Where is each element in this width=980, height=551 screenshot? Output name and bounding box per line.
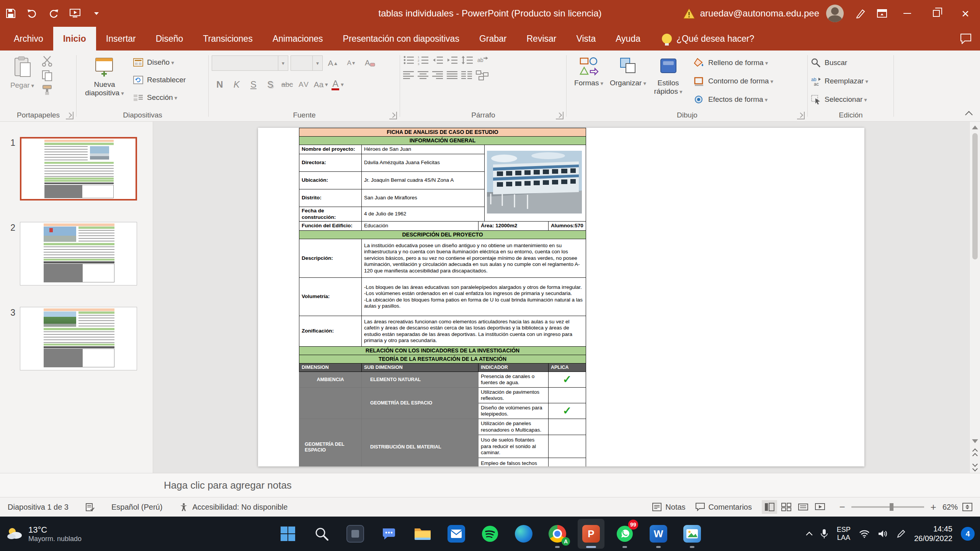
format-painter-icon[interactable] <box>41 84 53 96</box>
table-title[interactable]: FICHA DE ANALISIS DE CASO DE ESTUDIO <box>299 128 586 137</box>
tab-insertar[interactable]: Insertar <box>96 27 146 51</box>
slide-2-thumbnail[interactable] <box>20 222 137 285</box>
matrix-dim-spacer[interactable] <box>299 388 362 419</box>
notes-pane[interactable]: Haga clic para agregar notas <box>0 473 980 497</box>
whatsapp-button[interactable]: 99 <box>611 519 638 549</box>
shape-effects-button[interactable]: Efectos de forma <box>694 90 773 109</box>
slide-3-thumbnail[interactable] <box>20 307 137 370</box>
matrix-ind-1[interactable]: Presencia de canales o fuentes de agua. <box>479 372 549 388</box>
clock[interactable]: 14:45 26/09/2022 <box>914 524 952 543</box>
matrix-header-dimension[interactable]: DIMENSION <box>299 364 362 372</box>
start-presentation-button[interactable] <box>64 0 86 27</box>
value-volumetria[interactable]: -Los bloques de las áreas educativas son… <box>362 278 586 316</box>
new-slide-button[interactable]: Nueva diapositiva <box>80 53 129 106</box>
vertical-scrollbar[interactable] <box>969 122 980 473</box>
shape-fill-button[interactable]: Relleno de forma <box>694 54 773 72</box>
close-button[interactable]: × <box>951 0 980 27</box>
tab-archivo[interactable]: Archivo <box>4 27 53 51</box>
zoom-slider[interactable] <box>851 506 924 508</box>
font-color-button[interactable]: A <box>330 76 346 93</box>
next-slide-button[interactable] <box>973 462 977 471</box>
numbered-list-icon[interactable]: 123 <box>418 55 429 65</box>
scrollbar-thumb[interactable] <box>972 133 978 259</box>
matrix-ind-3[interactable]: Diseño de volúmenes para lelepipedos. <box>479 403 549 419</box>
notes-toggle[interactable]: Notas <box>652 503 685 512</box>
bold-button[interactable]: N <box>212 76 228 93</box>
matrix-sub-distribucion[interactable]: DISTRIBUCIÓN DEL MATERIAL <box>362 419 479 466</box>
combo-caret-icon[interactable]: ▾ <box>278 56 288 70</box>
decrease-font-size-button[interactable]: A▼ <box>343 54 359 72</box>
comments-toggle[interactable]: Comentarios <box>696 503 752 512</box>
tab-ayuda[interactable]: Ayuda <box>606 27 650 51</box>
paste-button[interactable]: Pegar <box>3 53 41 96</box>
wifi-icon[interactable] <box>859 530 870 538</box>
find-button[interactable]: Buscar <box>811 54 891 72</box>
matrix-ind-4[interactable]: Utilización de paneles resonadores o Mul… <box>479 419 549 435</box>
zoom-in-button[interactable]: + <box>929 501 938 513</box>
label-descripcion[interactable]: Descripción: <box>299 239 362 278</box>
powerpoint-button[interactable]: P <box>578 519 604 549</box>
slide-sorter-view-button[interactable] <box>779 500 794 514</box>
task-view-button[interactable] <box>342 519 369 549</box>
taskbar-search-button[interactable] <box>308 519 335 549</box>
customize-quick-access-button[interactable] <box>86 0 107 27</box>
matrix-check-1[interactable]: ✓ <box>549 372 586 388</box>
accessibility-button[interactable]: Accesibilidad: No disponible <box>179 502 287 512</box>
notification-count-badge[interactable]: 4 <box>961 527 975 541</box>
value-area[interactable]: Área: 12000m2 <box>479 222 549 231</box>
text-direction-icon[interactable]: ab <box>477 55 488 65</box>
value-descripcion[interactable]: La institución educativa posee un diseño… <box>362 239 586 278</box>
slide-editing-area[interactable]: FICHA DE ANALISIS DE CASO DE ESTUDIO INF… <box>153 122 969 473</box>
word-button[interactable]: W <box>645 519 672 549</box>
underline-button[interactable]: S <box>245 76 261 93</box>
decrease-indent-icon[interactable] <box>432 55 444 65</box>
avatar[interactable] <box>826 5 844 22</box>
matrix-ind-5[interactable]: Uso de suelos flotantes para reducir el … <box>479 435 549 458</box>
matrix-aplica-2[interactable] <box>549 388 586 403</box>
scroll-up-arrow[interactable] <box>972 126 978 129</box>
matrix-aplica-5[interactable] <box>549 435 586 458</box>
line-spacing-icon[interactable] <box>461 55 474 65</box>
align-right-icon[interactable] <box>432 70 444 80</box>
label-directora[interactable]: Directora: <box>299 154 362 172</box>
matrix-header-indicador[interactable]: INDICADOR <box>479 364 549 372</box>
teoria-header[interactable]: TEORÍA DE LA RESTAURACIÓN DE LA ATENCIÓN <box>299 355 586 364</box>
undo-button[interactable] <box>21 0 43 27</box>
font-size-combo[interactable]: ▾ <box>291 55 323 71</box>
dialog-launcher-icon[interactable] <box>389 112 397 119</box>
label-ubicacion[interactable]: Ubicación: <box>299 172 362 189</box>
increase-indent-icon[interactable] <box>447 55 458 65</box>
tab-revisar[interactable]: Revisar <box>516 27 566 51</box>
tab-grabar[interactable]: Grabar <box>469 27 517 51</box>
normal-view-button[interactable] <box>762 500 777 514</box>
minimize-button[interactable] <box>893 0 922 27</box>
align-left-icon[interactable] <box>403 70 415 80</box>
scroll-down-arrow[interactable] <box>972 439 978 443</box>
comments-bubble-icon[interactable] <box>960 33 972 44</box>
language-button[interactable]: Español (Perú) <box>111 503 162 512</box>
relacion-header[interactable]: RELACIÓN CON LOS INDICADORES DE LA INVES… <box>299 347 586 355</box>
tell-me-search[interactable]: ¿Qué desea hacer? <box>662 27 754 51</box>
reading-view-button[interactable] <box>795 500 811 514</box>
slide-canvas[interactable]: FICHA DE ANALISIS DE CASO DE ESTUDIO INF… <box>258 128 864 466</box>
matrix-check-3[interactable]: ✓ <box>549 403 586 419</box>
collapse-ribbon-button[interactable] <box>966 112 972 117</box>
value-funcion[interactable]: Educación <box>362 222 479 231</box>
shapes-button[interactable]: Formas <box>570 53 608 109</box>
matrix-ind-2[interactable]: Utilización de pavimentos reflexivos. <box>479 388 549 403</box>
label-fecha[interactable]: Fecha de construcción: <box>299 207 362 222</box>
columns-icon[interactable] <box>461 70 473 80</box>
change-case-button[interactable]: Aa <box>313 76 329 93</box>
ribbon-display-options-button[interactable] <box>871 0 893 27</box>
start-button[interactable] <box>274 519 301 549</box>
photo-cell[interactable] <box>485 145 586 222</box>
layout-button[interactable]: Diseño <box>129 54 189 71</box>
account-info[interactable]: aruedav@autonoma.edu.pee <box>676 8 826 19</box>
label-funcion[interactable]: Función del Edificio: <box>299 222 362 231</box>
value-fecha[interactable]: 4 de Julio de 1962 <box>362 207 485 222</box>
replace-button[interactable]: abac Reemplazar <box>811 72 891 90</box>
redo-button[interactable] <box>43 0 64 27</box>
value-zonificacion[interactable]: Las áreas recreativas funcionan como ele… <box>362 316 586 347</box>
value-directora[interactable]: Dávila Amézquita Juana Felicitas <box>362 154 485 172</box>
slide-1-thumbnail[interactable] <box>20 137 137 201</box>
